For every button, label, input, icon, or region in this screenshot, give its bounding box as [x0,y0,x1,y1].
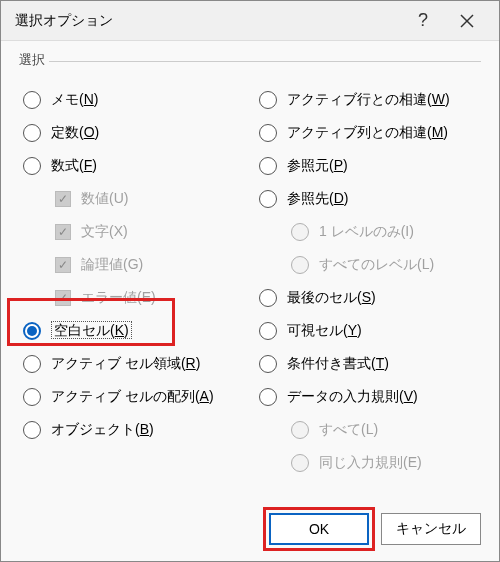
label-memo: メモ(N) [51,91,98,109]
radio-memo[interactable]: メモ(N) [19,83,245,116]
label-constants: 定数(O) [51,124,99,142]
radio-icon [259,322,277,340]
ok-button[interactable]: OK [269,513,369,545]
radio-icon [259,124,277,142]
radio-level-direct: 1 レベルのみ(I) [255,215,481,248]
label-current-array: アクティブ セルの配列(A) [51,388,214,406]
radio-icon [259,388,277,406]
radio-col-differences[interactable]: アクティブ列との相違(M) [255,116,481,149]
radio-blanks[interactable]: 空白セル(K) [19,314,245,347]
label-level-all: すべてのレベル(L) [319,256,434,274]
label-visible-cells: 可視セル(Y) [287,322,362,340]
help-button[interactable]: ? [401,2,445,40]
radio-icon [23,157,41,175]
radio-formulas[interactable]: 数式(F) [19,149,245,182]
radio-visible-cells[interactable]: 可視セル(Y) [255,314,481,347]
radio-constants[interactable]: 定数(O) [19,116,245,149]
left-column: メモ(N) 定数(O) 数式(F) ✓ 数値(U) ✓ 文字(X) [19,83,245,479]
label-errors: エラー値(E) [81,289,156,307]
radio-icon [259,289,277,307]
button-row: OK キャンセル [1,501,499,561]
radio-icon [23,388,41,406]
label-logicals: 論理値(G) [81,256,143,274]
radio-icon [23,355,41,373]
label-text: 文字(X) [81,223,128,241]
label-blanks: 空白セル(K) [51,322,132,340]
group-label: 選択 [19,51,481,69]
goto-special-dialog: 選択オプション ? 選択 メモ(N) 定数(O) [0,0,500,562]
radio-last-cell[interactable]: 最後のセル(S) [255,281,481,314]
radio-dependents[interactable]: 参照先(D) [255,182,481,215]
group-divider [49,61,481,62]
radio-validation-same: 同じ入力規則(E) [255,446,481,479]
radio-icon [259,190,277,208]
label-validation-same: 同じ入力規則(E) [319,454,422,472]
radio-icon [23,322,41,340]
dialog-title: 選択オプション [11,12,401,30]
radio-icon [291,421,309,439]
content-area: 選択 メモ(N) 定数(O) 数式(F) ✓ 数値 [1,41,499,501]
radio-current-array[interactable]: アクティブ セルの配列(A) [19,380,245,413]
label-current-region: アクティブ セル領域(R) [51,355,200,373]
label-precedents: 参照元(P) [287,157,348,175]
check-numbers: ✓ 数値(U) [19,182,245,215]
label-dependents: 参照先(D) [287,190,348,208]
radio-icon [291,223,309,241]
label-objects: オブジェクト(B) [51,421,154,439]
check-errors: ✓ エラー値(E) [19,281,245,314]
cancel-button[interactable]: キャンセル [381,513,481,545]
radio-validation-all: すべて(L) [255,413,481,446]
radio-icon [23,124,41,142]
radio-icon [23,91,41,109]
radio-icon [259,157,277,175]
close-icon [460,14,474,28]
label-numbers: 数値(U) [81,190,128,208]
radio-conditional-formats[interactable]: 条件付き書式(T) [255,347,481,380]
close-button[interactable] [445,2,489,40]
radio-icon [259,91,277,109]
radio-row-differences[interactable]: アクティブ行との相違(W) [255,83,481,116]
label-data-validation: データの入力規則(V) [287,388,418,406]
radio-current-region[interactable]: アクティブ セル領域(R) [19,347,245,380]
label-conditional-formats: 条件付き書式(T) [287,355,389,373]
radio-icon [291,454,309,472]
label-validation-all: すべて(L) [319,421,378,439]
radio-data-validation[interactable]: データの入力規則(V) [255,380,481,413]
radio-level-all: すべてのレベル(L) [255,248,481,281]
right-column: アクティブ行との相違(W) アクティブ列との相違(M) 参照元(P) 参照先(D… [255,83,481,479]
label-row-differences: アクティブ行との相違(W) [287,91,450,109]
radio-icon [291,256,309,274]
checkbox-icon: ✓ [55,257,71,273]
checkbox-icon: ✓ [55,191,71,207]
label-formulas: 数式(F) [51,157,97,175]
radio-objects[interactable]: オブジェクト(B) [19,413,245,446]
radio-icon [259,355,277,373]
check-logicals: ✓ 論理値(G) [19,248,245,281]
checkbox-icon: ✓ [55,290,71,306]
radio-precedents[interactable]: 参照元(P) [255,149,481,182]
check-text: ✓ 文字(X) [19,215,245,248]
label-last-cell: 最後のセル(S) [287,289,376,307]
label-level-direct: 1 レベルのみ(I) [319,223,414,241]
checkbox-icon: ✓ [55,224,71,240]
radio-icon [23,421,41,439]
titlebar: 選択オプション ? [1,1,499,41]
label-col-differences: アクティブ列との相違(M) [287,124,448,142]
